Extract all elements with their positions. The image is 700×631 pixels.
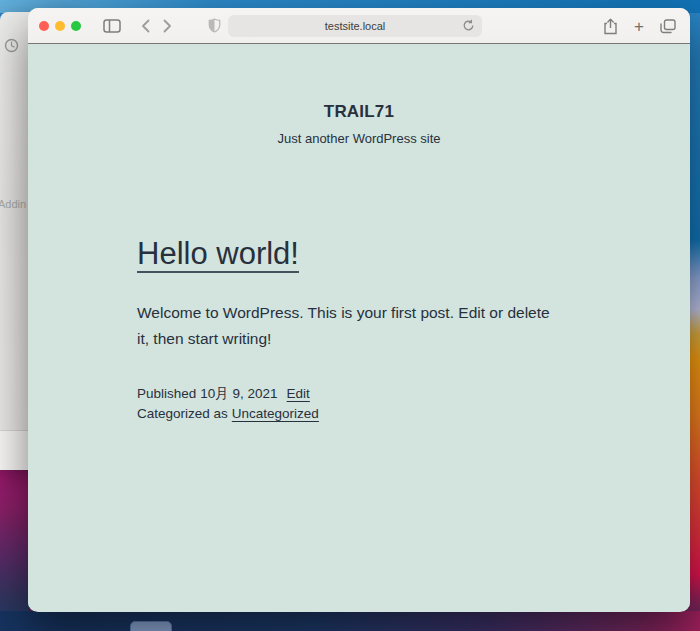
new-tab-icon[interactable]: + — [633, 18, 645, 35]
post-meta: Published 10月 9, 2021 Edit Categorized a… — [137, 384, 319, 424]
address-bar[interactable]: testsite.local — [228, 15, 482, 37]
tab-overview-icon[interactable] — [660, 19, 676, 34]
published-date: 10月 9, 2021 — [200, 384, 277, 404]
categorized-line: Categorized as Uncategorized — [137, 404, 319, 424]
browser-toolbar: testsite.local + — [28, 8, 690, 44]
category-link[interactable]: Uncategorized — [232, 404, 319, 424]
window-controls — [39, 21, 81, 31]
zoom-window-button[interactable] — [71, 21, 81, 31]
desktop-wallpaper-left — [0, 462, 30, 631]
clock-icon — [4, 38, 19, 53]
background-window-partial-text: Addin — [0, 198, 26, 210]
forward-icon[interactable] — [163, 19, 172, 33]
edit-link[interactable]: Edit — [287, 384, 310, 404]
site-title[interactable]: TRAIL71 — [28, 102, 690, 122]
desktop-wallpaper-bottom — [0, 611, 700, 631]
reload-icon[interactable] — [462, 19, 475, 32]
categorized-label: Categorized as — [137, 404, 228, 424]
sidebar-toggle-icon[interactable] — [103, 19, 121, 33]
share-icon[interactable] — [603, 18, 618, 35]
published-label: Published — [137, 384, 196, 404]
minimize-window-button[interactable] — [55, 21, 65, 31]
site-tagline: Just another WordPress site — [28, 131, 690, 146]
dock-icon-partial[interactable] — [130, 621, 172, 631]
webpage-content: TRAIL71 Just another WordPress site Hell… — [28, 44, 690, 611]
address-bar-url: testsite.local — [325, 20, 386, 32]
post-body: Welcome to WordPress. This is your first… — [137, 300, 557, 352]
safari-window: testsite.local + — [28, 8, 690, 612]
post-title-link[interactable]: Hello world! — [137, 236, 299, 272]
published-line: Published 10月 9, 2021 Edit — [137, 384, 319, 404]
toolbar-right-group: + — [603, 8, 676, 44]
close-window-button[interactable] — [39, 21, 49, 31]
site-header: TRAIL71 Just another WordPress site — [28, 102, 690, 146]
privacy-shield-icon[interactable] — [208, 18, 221, 33]
back-icon[interactable] — [141, 19, 150, 33]
